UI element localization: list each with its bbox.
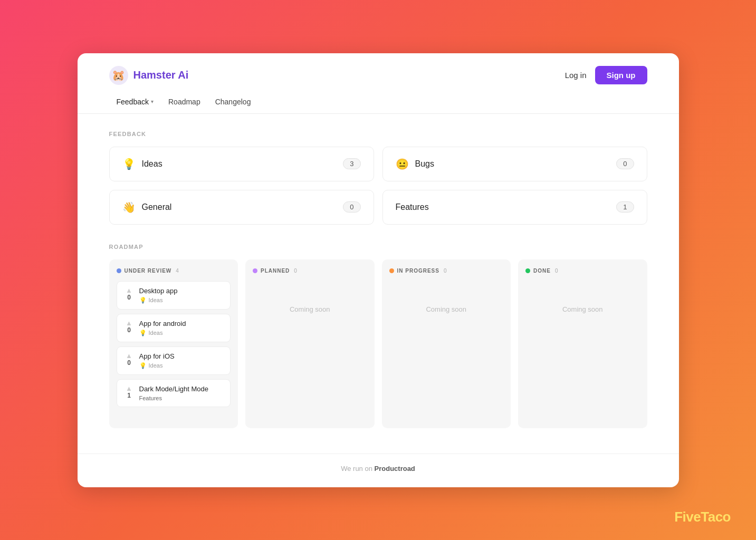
vote-count-ios: 0 bbox=[127, 359, 131, 367]
logo-emoji: 🐹 bbox=[112, 69, 125, 82]
ideas-count: 3 bbox=[343, 158, 360, 169]
item-title-desktop: Desktop app bbox=[139, 287, 224, 295]
footer: We run on Productroad bbox=[78, 454, 679, 487]
ideas-label: Ideas bbox=[142, 159, 162, 169]
item-tag-label-darkmode: Features bbox=[139, 395, 162, 401]
ideas-tag-icon-android: 💡 bbox=[139, 330, 147, 336]
feedback-card-general[interactable]: 👋 General 0 bbox=[109, 190, 374, 225]
header-actions: Log in Sign up bbox=[565, 66, 647, 84]
roadmap-col-header-planned: PLANNED 0 bbox=[253, 268, 367, 274]
roadmap-grid: UNDER REVIEW 4 ▲ 0 Desktop app 💡 bbox=[109, 259, 647, 428]
item-title-darkmode: Dark Mode/Light Mode bbox=[139, 385, 224, 393]
content: FEEDBACK 💡 Ideas 3 😐 Bugs 0 bbox=[78, 114, 679, 449]
features-count: 1 bbox=[616, 201, 634, 213]
roadmap-col-planned: PLANNED 0 Coming soon bbox=[245, 259, 375, 428]
feedback-card-ideas-left: 💡 Ideas bbox=[122, 158, 162, 170]
ideas-tag-icon-ios: 💡 bbox=[139, 362, 147, 369]
vote-count-desktop: 0 bbox=[127, 294, 131, 301]
roadmap-col-under-review: UNDER REVIEW 4 ▲ 0 Desktop app 💡 bbox=[109, 259, 238, 428]
bugs-icon: 😐 bbox=[396, 158, 409, 170]
done-count: 0 bbox=[555, 268, 558, 274]
item-tag-label-ios: Ideas bbox=[149, 362, 163, 369]
vote-count-darkmode: 1 bbox=[127, 392, 131, 399]
fivetaco-brand: FiveTaco bbox=[674, 509, 731, 525]
roadmap-col-inprogress: IN PROGRESS 0 Coming soon bbox=[382, 259, 511, 428]
review-dot bbox=[117, 268, 121, 273]
chevron-down-icon: ▾ bbox=[151, 99, 154, 104]
logo-area: 🐹 Hamster Ai bbox=[109, 66, 189, 85]
inprogress-count: 0 bbox=[444, 268, 447, 274]
item-tag-android: 💡 Ideas bbox=[139, 330, 224, 336]
logo-icon: 🐹 bbox=[109, 66, 128, 85]
inprogress-coming-soon: Coming soon bbox=[389, 305, 504, 313]
item-tag-desktop: 💡 Ideas bbox=[139, 297, 224, 304]
roadmap-col-header-done: DONE 0 bbox=[525, 268, 640, 274]
roadmap-item-android[interactable]: ▲ 0 App for android 💡 Ideas bbox=[117, 314, 231, 342]
brand-name: Hamster Ai bbox=[133, 69, 189, 81]
roadmap-item-ios[interactable]: ▲ 0 App for iOS 💡 Ideas bbox=[117, 346, 231, 375]
review-title: UNDER REVIEW bbox=[125, 268, 172, 274]
header: 🐹 Hamster Ai Log in Sign up bbox=[78, 53, 679, 85]
roadmap-section-label: ROADMAP bbox=[109, 244, 647, 250]
planned-count: 0 bbox=[294, 268, 297, 274]
nav: Feedback ▾ Roadmap Changelog bbox=[78, 85, 679, 114]
item-tag-label-android: Ideas bbox=[149, 330, 163, 336]
upvote-icon-android: ▲ bbox=[126, 320, 132, 326]
general-label: General bbox=[142, 202, 172, 212]
upvote-icon-ios: ▲ bbox=[126, 352, 132, 359]
feedback-card-features-left: Features bbox=[396, 202, 429, 212]
item-tag-darkmode: Features bbox=[139, 395, 224, 401]
inprogress-title: IN PROGRESS bbox=[397, 268, 439, 274]
planned-coming-soon: Coming soon bbox=[253, 305, 367, 313]
feedback-card-features[interactable]: Features 1 bbox=[382, 190, 647, 225]
bugs-label: Bugs bbox=[415, 159, 434, 169]
feedback-section-label: FEEDBACK bbox=[109, 131, 647, 137]
roadmap-col-header-inprogress: IN PROGRESS 0 bbox=[389, 268, 504, 274]
done-title: DONE bbox=[533, 268, 551, 274]
ideas-tag-icon-desktop: 💡 bbox=[139, 297, 147, 304]
footer-link[interactable]: Productroad bbox=[375, 465, 415, 472]
nav-item-roadmap[interactable]: Roadmap bbox=[161, 93, 208, 113]
bugs-count: 0 bbox=[616, 158, 634, 169]
item-tag-label-desktop: Ideas bbox=[149, 297, 163, 303]
fivetaco-five: Five bbox=[674, 509, 701, 525]
review-count: 4 bbox=[176, 268, 179, 274]
feedback-card-ideas[interactable]: 💡 Ideas 3 bbox=[109, 147, 374, 181]
inprogress-dot bbox=[389, 268, 394, 273]
item-title-ios: App for iOS bbox=[139, 352, 224, 360]
fivetaco-taco: Taco bbox=[701, 509, 731, 525]
login-button[interactable]: Log in bbox=[565, 71, 587, 80]
item-title-android: App for android bbox=[139, 320, 224, 327]
vote-area-android: ▲ 0 bbox=[123, 320, 135, 334]
vote-area-darkmode: ▲ 1 bbox=[123, 385, 135, 399]
upvote-icon-darkmode: ▲ bbox=[126, 385, 132, 392]
feedback-grid: 💡 Ideas 3 😐 Bugs 0 👋 General 0 bbox=[109, 147, 647, 225]
done-dot bbox=[525, 268, 530, 273]
roadmap-item-darkmode[interactable]: ▲ 1 Dark Mode/Light Mode Features bbox=[117, 379, 231, 407]
feedback-card-bugs-left: 😐 Bugs bbox=[396, 158, 434, 170]
feedback-card-general-left: 👋 General bbox=[122, 201, 172, 214]
footer-text: We run on bbox=[341, 465, 374, 472]
item-tag-ios: 💡 Ideas bbox=[139, 362, 224, 369]
done-coming-soon: Coming soon bbox=[525, 305, 640, 313]
features-label: Features bbox=[396, 202, 429, 212]
planned-title: PLANNED bbox=[261, 268, 290, 274]
main-card: 🐹 Hamster Ai Log in Sign up Feedback ▾ R… bbox=[78, 53, 679, 487]
nav-item-changelog[interactable]: Changelog bbox=[208, 93, 259, 113]
vote-area-ios: ▲ 0 bbox=[123, 352, 135, 367]
roadmap-item-desktop-app[interactable]: ▲ 0 Desktop app 💡 Ideas bbox=[117, 281, 231, 310]
roadmap-col-done: DONE 0 Coming soon bbox=[518, 259, 647, 428]
ideas-icon: 💡 bbox=[122, 158, 136, 170]
vote-area-desktop: ▲ 0 bbox=[123, 287, 135, 301]
planned-dot bbox=[253, 268, 257, 273]
feedback-card-bugs[interactable]: 😐 Bugs 0 bbox=[382, 147, 647, 181]
general-icon: 👋 bbox=[122, 201, 136, 214]
roadmap-col-header-review: UNDER REVIEW 4 bbox=[117, 268, 231, 274]
nav-item-feedback[interactable]: Feedback ▾ bbox=[109, 93, 161, 113]
signup-button[interactable]: Sign up bbox=[595, 66, 647, 84]
general-count: 0 bbox=[343, 201, 360, 213]
vote-count-android: 0 bbox=[127, 326, 131, 334]
upvote-icon-desktop: ▲ bbox=[126, 287, 132, 294]
